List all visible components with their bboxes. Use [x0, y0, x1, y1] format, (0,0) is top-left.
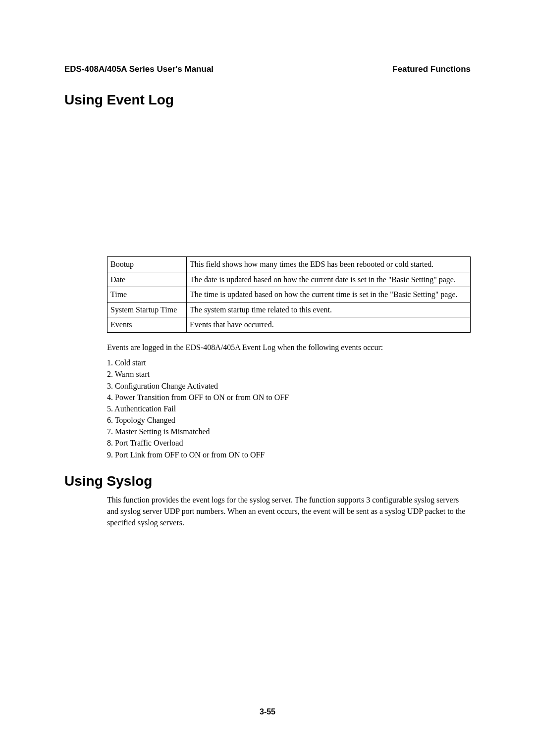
table-row: Bootup This field shows how many times t…	[107, 257, 471, 272]
cell-key: System Startup Time	[107, 302, 187, 317]
cell-key: Time	[107, 287, 187, 302]
list-item: 1. Cold start	[107, 357, 471, 368]
page-number: 3-55	[0, 707, 535, 716]
table-row: Events Events that have occurred.	[107, 317, 471, 333]
list-item: 3. Configuration Change Activated	[107, 380, 471, 392]
cell-value: This field shows how many times the EDS …	[187, 257, 471, 272]
section-title-event-log: Using Event Log	[64, 92, 471, 108]
table-row: Date The date is updated based on how th…	[107, 272, 471, 287]
list-item: 4. Power Transition from OFF to ON or fr…	[107, 392, 471, 403]
events-intro-text: Events are logged in the EDS-408A/405A E…	[107, 342, 471, 353]
events-list: 1. Cold start 2. Warm start 3. Configura…	[107, 357, 471, 460]
cell-key: Events	[107, 317, 187, 333]
section-title-syslog: Using Syslog	[64, 473, 471, 489]
list-item: 2. Warm start	[107, 368, 471, 380]
cell-value: The system startup time related to this …	[187, 302, 471, 317]
cell-key: Bootup	[107, 257, 187, 272]
cell-key: Date	[107, 272, 187, 287]
header-left: EDS-408A/405A Series User's Manual	[64, 64, 214, 74]
list-item: 8. Port Traffic Overload	[107, 437, 471, 449]
cell-value: Events that have occurred.	[187, 317, 471, 333]
list-item: 7. Master Setting is Mismatched	[107, 426, 471, 437]
list-item: 9. Port Link from OFF to ON or from ON t…	[107, 449, 471, 460]
list-item: 6. Topology Changed	[107, 414, 471, 426]
cell-value: The time is updated based on how the cur…	[187, 287, 471, 302]
header-right: Featured Functions	[392, 64, 471, 74]
table-row: Time The time is updated based on how th…	[107, 287, 471, 302]
syslog-body-text: This function provides the event logs fo…	[107, 494, 471, 529]
page-header: EDS-408A/405A Series User's Manual Featu…	[64, 64, 471, 74]
event-log-fields-table: Bootup This field shows how many times t…	[107, 256, 471, 333]
cell-value: The date is updated based on how the cur…	[187, 272, 471, 287]
list-item: 5. Authentication Fail	[107, 403, 471, 414]
table-row: System Startup Time The system startup t…	[107, 302, 471, 317]
